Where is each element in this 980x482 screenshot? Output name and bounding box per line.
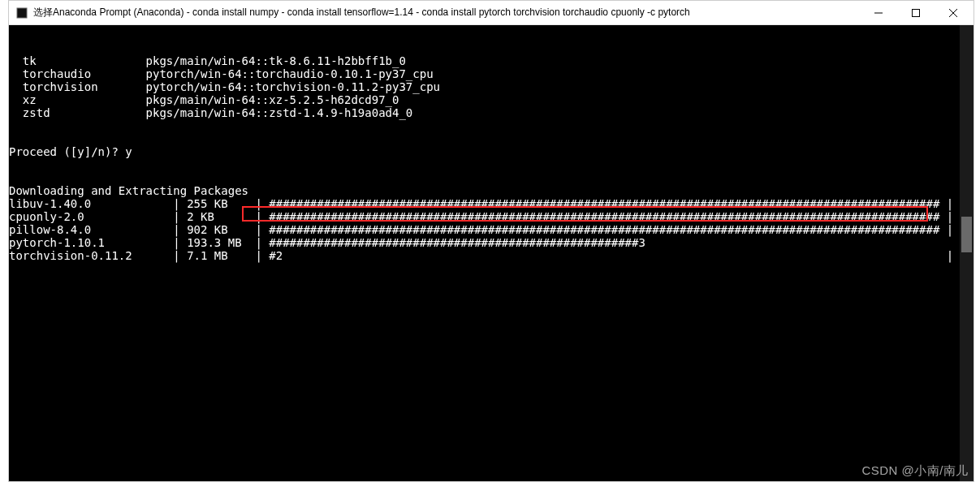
svg-rect-2 <box>913 9 920 16</box>
app-icon <box>15 6 28 19</box>
terminal-line: pillow-8.4.0 | 902 KB | ################… <box>9 223 974 236</box>
maximize-button[interactable] <box>897 1 935 25</box>
window-title: 选择Anaconda Prompt (Anaconda) - conda ins… <box>33 6 690 19</box>
terminal-line <box>9 171 974 184</box>
terminal-line <box>9 119 974 132</box>
svg-rect-0 <box>17 8 27 18</box>
titlebar[interactable]: 选择Anaconda Prompt (Anaconda) - conda ins… <box>9 1 974 25</box>
cropped-background <box>0 0 8 482</box>
vertical-scrollbar[interactable] <box>960 25 974 481</box>
terminal-line: xz pkgs/main/win-64::xz-5.2.5-h62dcd97_0 <box>9 93 974 106</box>
terminal-line <box>9 158 974 171</box>
terminal-line: torchvision-0.11.2 | 7.1 MB | #2 | 1% <box>9 249 974 262</box>
close-button[interactable] <box>935 1 972 25</box>
terminal-line: Downloading and Extracting Packages <box>9 184 974 197</box>
terminal-line <box>9 132 974 145</box>
terminal-line: cpuonly-2.0 | 2 KB | ###################… <box>9 210 974 223</box>
terminal-line: Proceed ([y]/n)? y <box>9 145 974 158</box>
terminal-line: tk pkgs/main/win-64::tk-8.6.11-h2bbff1b_… <box>9 54 974 67</box>
terminal-line: libuv-1.40.0 | 255 KB | ################… <box>9 197 974 210</box>
minimize-button[interactable] <box>860 1 897 25</box>
terminal-line: torchvision pytorch/win-64::torchvision-… <box>9 80 974 93</box>
terminal-area[interactable]: tk pkgs/main/win-64::tk-8.6.11-h2bbff1b_… <box>9 25 974 481</box>
scrollbar-thumb[interactable] <box>961 217 972 252</box>
terminal-line: zstd pkgs/main/win-64::zstd-1.4.9-h19a0a… <box>9 106 974 119</box>
terminal-line: pytorch-1.10.1 | 193.3 MB | ############… <box>9 236 974 249</box>
terminal-line: torchaudio pytorch/win-64::torchaudio-0.… <box>9 67 974 80</box>
anaconda-prompt-window: 选择Anaconda Prompt (Anaconda) - conda ins… <box>8 0 974 482</box>
